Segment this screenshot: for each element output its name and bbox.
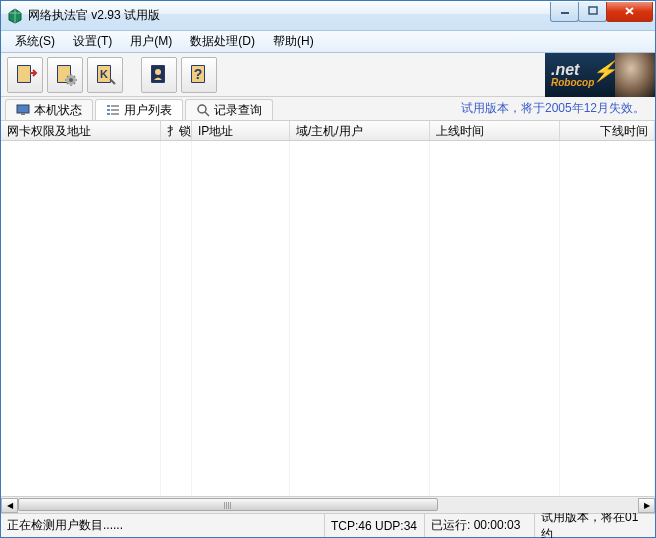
- svg-text:K: K: [100, 68, 108, 80]
- col-card-permission[interactable]: 网卡权限及地址: [1, 121, 161, 140]
- table-header: 网卡权限及地址 扌锁 IP地址 域/主机/用户 上线时间 下线时间: [1, 121, 655, 141]
- maximize-button[interactable]: [578, 2, 607, 22]
- toolbar-button-5[interactable]: ?: [181, 57, 217, 93]
- col-ip[interactable]: IP地址: [192, 121, 290, 140]
- horizontal-scrollbar[interactable]: ◀ ▶: [1, 496, 655, 513]
- svg-rect-23: [107, 113, 110, 115]
- window-title: 网络执法官 v2.93 试用版: [28, 7, 551, 24]
- book-person-icon: [145, 61, 173, 89]
- scroll-track[interactable]: [18, 498, 638, 513]
- svg-rect-0: [561, 12, 569, 14]
- svg-point-25: [198, 105, 206, 113]
- col-lock[interactable]: 扌锁: [161, 121, 192, 140]
- bolt-icon: ⚡: [592, 59, 617, 83]
- svg-point-13: [155, 69, 161, 75]
- brand-face: [615, 53, 655, 97]
- svg-rect-1: [589, 7, 597, 14]
- col-offline-time[interactable]: 下线时间: [560, 121, 655, 140]
- status-runtime: 已运行: 00:00:03: [425, 514, 535, 537]
- tab-record-query[interactable]: 记录查询: [185, 99, 273, 120]
- menubar: 系统(S) 设置(T) 用户(M) 数据处理(D) 帮助(H): [1, 31, 655, 53]
- svg-rect-21: [107, 109, 110, 111]
- maximize-icon: [588, 6, 598, 16]
- toolbar-button-2[interactable]: [47, 57, 83, 93]
- tab-label: 本机状态: [34, 102, 82, 119]
- status-trial: 试用版本，将在01约: [535, 514, 655, 537]
- menu-help[interactable]: 帮助(H): [265, 31, 322, 52]
- svg-rect-18: [21, 113, 25, 115]
- table-body[interactable]: [1, 141, 655, 496]
- scroll-thumb[interactable]: [18, 498, 438, 511]
- minimize-icon: [560, 6, 570, 16]
- menu-data[interactable]: 数据处理(D): [182, 31, 263, 52]
- toolbar-button-4[interactable]: [141, 57, 177, 93]
- window-controls: [551, 2, 653, 22]
- statusbar: 正在检测用户数目...... TCP:46 UDP:34 已运行: 00:00:…: [1, 513, 655, 537]
- close-button[interactable]: [606, 2, 653, 22]
- book-question-icon: ?: [185, 61, 213, 89]
- brand-line1: .net: [551, 62, 594, 78]
- col-domain-host-user[interactable]: 域/主机/用户: [290, 121, 430, 140]
- svg-rect-22: [111, 109, 119, 111]
- menu-user[interactable]: 用户(M): [122, 31, 180, 52]
- app-icon: [7, 8, 23, 24]
- book-gear-icon: [51, 61, 79, 89]
- app-window: 网络执法官 v2.93 试用版 系统(S) 设置(T) 用户(M) 数据处理(D…: [0, 0, 656, 538]
- tab-label: 用户列表: [124, 102, 172, 119]
- list-icon: [106, 103, 120, 117]
- status-detecting: 正在检测用户数目......: [1, 514, 325, 537]
- svg-rect-3: [18, 66, 30, 82]
- toolbar-button-3[interactable]: K: [87, 57, 123, 93]
- minimize-button[interactable]: [550, 2, 579, 22]
- close-icon: [624, 6, 635, 16]
- svg-rect-20: [111, 105, 119, 107]
- svg-point-7: [69, 78, 73, 82]
- svg-rect-19: [107, 105, 110, 107]
- menu-settings[interactable]: 设置(T): [65, 31, 120, 52]
- monitor-icon: [16, 103, 30, 117]
- brand-logo: .net Robocop ⚡: [545, 53, 655, 97]
- search-icon: [196, 103, 210, 117]
- tab-user-list[interactable]: 用户列表: [95, 99, 183, 120]
- book-k-icon: K: [91, 61, 119, 89]
- status-tcpudp: TCP:46 UDP:34: [325, 514, 425, 537]
- svg-rect-24: [111, 113, 119, 115]
- brand-line2: Robocop: [551, 78, 594, 88]
- book-arrow-icon: [11, 61, 39, 89]
- toolbar: K ? .net Robocop ⚡: [1, 53, 655, 97]
- titlebar[interactable]: 网络执法官 v2.93 试用版: [1, 1, 655, 31]
- tabbar: 本机状态 用户列表 记录查询 试用版本，将于2005年12月失效。: [1, 97, 655, 121]
- tab-local-status[interactable]: 本机状态: [5, 99, 93, 120]
- svg-rect-17: [17, 105, 29, 113]
- tab-label: 记录查询: [214, 102, 262, 119]
- menu-system[interactable]: 系统(S): [7, 31, 63, 52]
- toolbar-button-1[interactable]: [7, 57, 43, 93]
- scroll-left-button[interactable]: ◀: [1, 498, 18, 513]
- trial-notice: 试用版本，将于2005年12月失效。: [275, 97, 655, 120]
- col-online-time[interactable]: 上线时间: [430, 121, 560, 140]
- svg-text:?: ?: [194, 66, 203, 82]
